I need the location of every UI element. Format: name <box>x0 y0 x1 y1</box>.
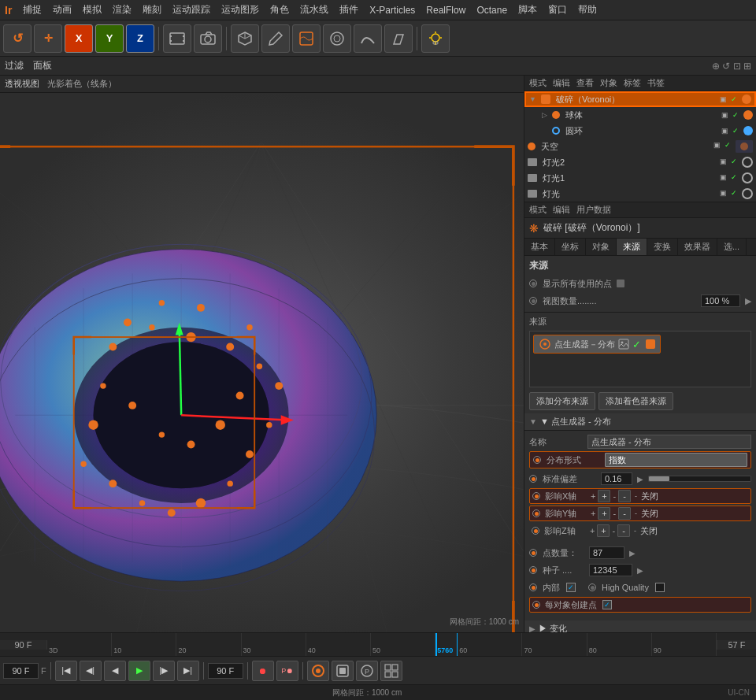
std-dev-radio[interactable] <box>529 475 537 483</box>
obj-voronoi[interactable]: ▼ 破碎（Voronoi） ▣ ✓ <box>524 91 756 107</box>
dist-type-radio[interactable] <box>533 456 541 464</box>
step-back-btn[interactable]: ◀| <box>80 661 102 681</box>
view-count-input[interactable] <box>701 294 740 307</box>
obj-ball[interactable]: ▷ 球体 ▣ ✓ <box>524 107 756 123</box>
menu-item-capture[interactable]: 捕捉 <box>23 3 42 17</box>
affect-y-plus-btn[interactable]: + <box>598 507 610 520</box>
ol-mode[interactable]: 模式 <box>529 77 547 89</box>
ph-edit[interactable]: 编辑 <box>553 204 570 216</box>
light-tool[interactable] <box>421 24 450 53</box>
tool-btn-2[interactable] <box>332 661 354 681</box>
internal-radio[interactable] <box>529 583 537 591</box>
menu-item-character[interactable]: 角色 <box>270 3 289 17</box>
cube-tool[interactable] <box>231 24 259 53</box>
tab-transform[interactable]: 变换 <box>647 239 678 255</box>
ph-userdata[interactable]: 用户数据 <box>576 204 611 216</box>
menu-item-realflow[interactable]: RealFlow <box>426 5 465 16</box>
std-dev-slider[interactable] <box>648 476 751 482</box>
menu-item-help[interactable]: 帮助 <box>578 3 597 17</box>
play-back-btn[interactable]: ◀ <box>104 661 126 681</box>
panel-label[interactable]: 面板 <box>33 59 52 72</box>
tab-basic[interactable]: 基本 <box>524 239 555 255</box>
menu-item-xparticles[interactable]: X-Particles <box>369 5 415 16</box>
camera-tool[interactable] <box>194 24 222 53</box>
sphere-tool[interactable] <box>292 24 321 53</box>
rotate-x-tool[interactable]: X <box>65 24 93 53</box>
obj-light1[interactable]: 灯光1 ▣ ✓ <box>524 170 756 186</box>
point-gen-header[interactable]: ▼ ▼ 点生成器 - 分布 <box>524 413 756 431</box>
menu-item-script[interactable]: 脚本 <box>518 3 537 17</box>
viewport-shading[interactable]: 光影着色（线条） <box>47 78 117 90</box>
tab-coord[interactable]: 坐标 <box>555 239 586 255</box>
go-end-btn[interactable]: ▶| <box>177 661 199 681</box>
affect-x-plus[interactable]: + <box>591 491 595 501</box>
undo-button[interactable]: ↺ <box>3 24 32 53</box>
obj-torus[interactable]: ▷ 圆环 ▣ ✓ <box>524 123 756 139</box>
ol-tag[interactable]: 标签 <box>624 77 641 89</box>
play-fwd-btn[interactable]: ▶ <box>128 661 150 681</box>
frame-start-field[interactable] <box>3 663 39 679</box>
affect-x-minus-btn[interactable]: - <box>618 490 631 502</box>
affect-z-minus-btn[interactable]: - <box>617 524 630 537</box>
film-tool[interactable] <box>163 24 191 53</box>
menu-item-animation[interactable]: 动画 <box>53 3 72 17</box>
name-input[interactable] <box>587 435 751 449</box>
hq-checkbox[interactable] <box>655 583 665 592</box>
affect-z-plus-btn[interactable]: + <box>597 524 610 537</box>
affect-y-minus-btn[interactable]: - <box>618 507 631 520</box>
obj-light2[interactable]: 灯光2 ▣ ✓ <box>524 154 756 170</box>
source-item-pill[interactable]: 点生成器－分布 ✓ <box>533 335 661 354</box>
menu-item-octane[interactable]: Octane <box>476 5 507 16</box>
per-object-checkbox[interactable] <box>602 600 612 609</box>
hq-radio[interactable] <box>588 583 596 591</box>
menu-item-pipeline[interactable]: 流水线 <box>300 3 328 17</box>
menu-item-motion-track[interactable]: 运动跟踪 <box>172 3 210 17</box>
filter-label[interactable]: 过滤 <box>5 59 24 72</box>
show-all-radio[interactable] <box>529 280 537 287</box>
tool-btn-3[interactable]: P <box>356 661 378 681</box>
dist-type-select[interactable]: 指数 <box>605 453 747 467</box>
seed-input[interactable] <box>589 564 632 576</box>
viewport[interactable]: 透视视图 光影着色（线条） <box>0 76 524 632</box>
add-dist-source-btn[interactable]: 添加分布来源 <box>529 392 595 410</box>
tool-btn-4[interactable] <box>380 661 402 681</box>
tab-source[interactable]: 来源 <box>617 239 647 255</box>
ol-bookmark[interactable]: 书签 <box>647 77 665 89</box>
record-pos-btn[interactable]: P⏺ <box>276 661 298 681</box>
tool-btn-1[interactable] <box>307 661 329 681</box>
affect-x-radio[interactable] <box>532 492 540 500</box>
obj-sky[interactable]: 天空 ▣ ✓ <box>524 139 756 154</box>
seed-radio[interactable] <box>529 566 537 574</box>
ol-edit[interactable]: 编辑 <box>553 77 570 89</box>
menu-item-plugins[interactable]: 插件 <box>339 3 358 17</box>
obj-light[interactable]: 灯光 ▣ ✓ <box>524 186 756 202</box>
record-btn[interactable]: ⏺ <box>252 661 274 681</box>
menu-item-render[interactable]: 渲染 <box>113 3 132 17</box>
view-count-radio[interactable] <box>529 297 537 305</box>
per-object-radio[interactable] <box>532 601 540 609</box>
transform-header[interactable]: ▶ ▶ 变化 <box>524 620 756 632</box>
affect-y-plus[interactable]: + <box>591 509 595 518</box>
ol-view[interactable]: 查看 <box>576 77 594 89</box>
viewport-mode[interactable]: 透视视图 <box>5 78 39 90</box>
timeline-bar[interactable]: 3D 10 20 30 40 50 5760 60 70 80 90 <box>47 633 717 656</box>
menu-item-sculpt[interactable]: 雕刻 <box>143 3 161 17</box>
pen-tool[interactable] <box>261 24 290 53</box>
go-start-btn[interactable]: |◀ <box>55 661 77 681</box>
menu-item-mograph[interactable]: 运动图形 <box>221 3 259 17</box>
tab-select[interactable]: 选... <box>717 239 747 255</box>
rotate-z-tool[interactable]: Z <box>126 24 154 53</box>
move-tool[interactable]: ✛ <box>34 24 62 53</box>
tab-effector[interactable]: 效果器 <box>678 239 717 255</box>
affect-z-radio[interactable] <box>532 527 539 535</box>
std-dev-input[interactable] <box>601 472 632 485</box>
add-shader-source-btn[interactable]: 添加着色器来源 <box>598 392 673 410</box>
point-count-input[interactable] <box>589 546 624 559</box>
tab-object[interactable]: 对象 <box>586 239 617 255</box>
deform-tool[interactable] <box>384 24 413 53</box>
circle-tool[interactable] <box>323 24 351 53</box>
rotate-y-tool[interactable]: Y <box>95 24 124 53</box>
point-count-radio[interactable] <box>529 549 537 557</box>
affect-x-plus-btn[interactable]: + <box>598 490 610 502</box>
internal-checkbox[interactable] <box>566 583 576 592</box>
